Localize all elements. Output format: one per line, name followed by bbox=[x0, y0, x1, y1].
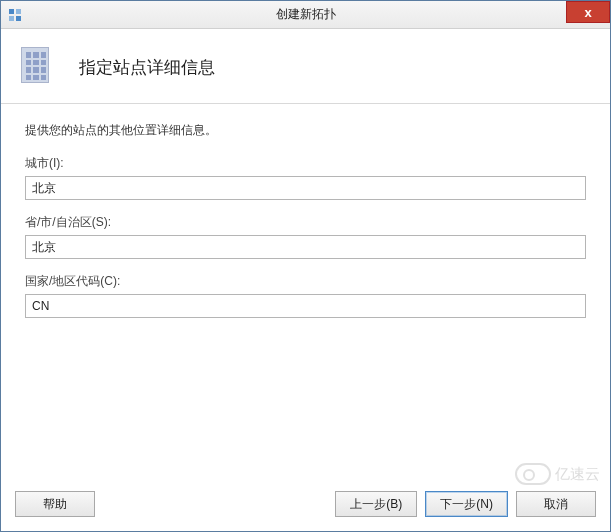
close-button[interactable]: x bbox=[566, 1, 610, 23]
titlebar: 创建新拓扑 x bbox=[1, 1, 610, 29]
field-country: 国家/地区代码(C): bbox=[25, 273, 586, 318]
instruction-text: 提供您的站点的其他位置详细信息。 bbox=[25, 122, 586, 139]
next-button[interactable]: 下一步(N) bbox=[425, 491, 508, 517]
page-title: 指定站点详细信息 bbox=[79, 56, 215, 79]
back-button[interactable]: 上一步(B) bbox=[335, 491, 417, 517]
country-label: 国家/地区代码(C): bbox=[25, 273, 586, 290]
city-label: 城市(I): bbox=[25, 155, 586, 172]
building-icon bbox=[21, 47, 61, 87]
help-button[interactable]: 帮助 bbox=[15, 491, 95, 517]
app-icon bbox=[7, 7, 23, 23]
field-city: 城市(I): bbox=[25, 155, 586, 200]
page-header: 指定站点详细信息 bbox=[1, 29, 610, 104]
country-input[interactable] bbox=[25, 294, 586, 318]
city-input[interactable] bbox=[25, 176, 586, 200]
svg-rect-1 bbox=[16, 9, 21, 14]
province-input[interactable] bbox=[25, 235, 586, 259]
field-province: 省/市/自治区(S): bbox=[25, 214, 586, 259]
dialog-window: 创建新拓扑 x 指定站点详细信息 提供您的站点的其他位置详细信息。 城市(I): bbox=[0, 0, 611, 532]
content-area: 提供您的站点的其他位置详细信息。 城市(I): 省/市/自治区(S): 国家/地… bbox=[1, 104, 610, 481]
cancel-button[interactable]: 取消 bbox=[516, 491, 596, 517]
footer: 帮助 上一步(B) 下一步(N) 取消 bbox=[1, 481, 610, 531]
window-title: 创建新拓扑 bbox=[1, 6, 610, 23]
province-label: 省/市/自治区(S): bbox=[25, 214, 586, 231]
svg-rect-3 bbox=[16, 16, 21, 21]
svg-rect-0 bbox=[9, 9, 14, 14]
close-icon: x bbox=[584, 6, 591, 19]
svg-rect-2 bbox=[9, 16, 14, 21]
